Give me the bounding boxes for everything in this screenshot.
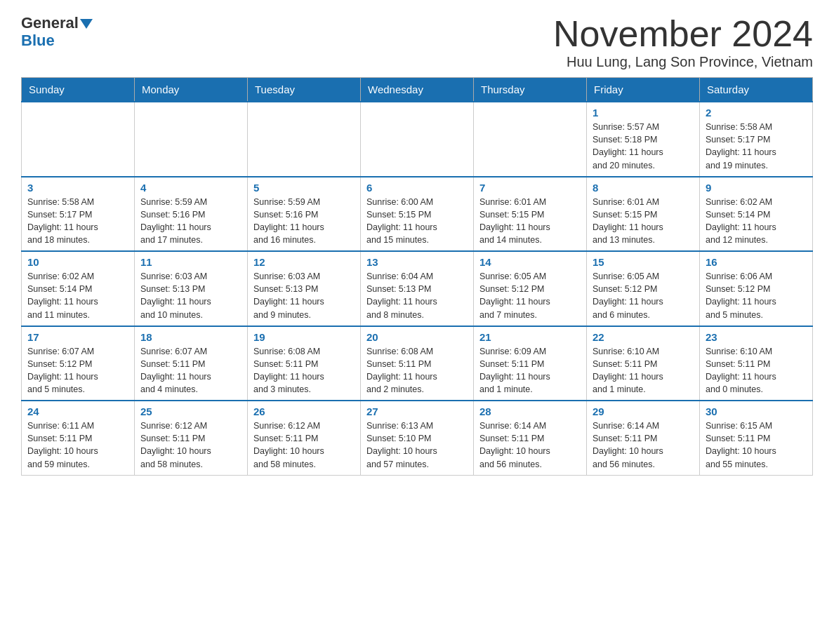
day-number: 24 <box>27 405 128 417</box>
day-number: 25 <box>140 405 241 417</box>
calendar-cell: 5Sunrise: 5:59 AMSunset: 5:16 PMDaylight… <box>248 177 361 252</box>
day-info: Sunrise: 6:04 AMSunset: 5:13 PMDaylight:… <box>366 270 468 321</box>
calendar-cell <box>248 102 361 177</box>
day-info: Sunrise: 6:13 AMSunset: 5:10 PMDaylight:… <box>366 420 468 471</box>
day-info: Sunrise: 6:05 AMSunset: 5:12 PMDaylight:… <box>593 270 694 321</box>
calendar-table: SundayMondayTuesdayWednesdayThursdayFrid… <box>21 77 813 476</box>
calendar-cell: 30Sunrise: 6:15 AMSunset: 5:11 PMDayligh… <box>700 401 813 475</box>
day-number: 4 <box>140 182 241 194</box>
calendar-cell: 6Sunrise: 6:00 AMSunset: 5:15 PMDaylight… <box>361 177 474 252</box>
calendar-cell: 1Sunrise: 5:57 AMSunset: 5:18 PMDaylight… <box>587 102 700 177</box>
day-info: Sunrise: 6:05 AMSunset: 5:12 PMDaylight:… <box>479 270 581 321</box>
calendar-cell: 2Sunrise: 5:58 AMSunset: 5:17 PMDaylight… <box>700 102 813 177</box>
calendar-cell: 16Sunrise: 6:06 AMSunset: 5:12 PMDayligh… <box>700 251 813 326</box>
day-info: Sunrise: 6:03 AMSunset: 5:13 PMDaylight:… <box>140 270 241 321</box>
day-number: 28 <box>479 405 581 417</box>
calendar-cell: 20Sunrise: 6:08 AMSunset: 5:11 PMDayligh… <box>361 326 474 401</box>
week-row-3: 10Sunrise: 6:02 AMSunset: 5:14 PMDayligh… <box>22 251 813 326</box>
day-info: Sunrise: 6:14 AMSunset: 5:11 PMDaylight:… <box>593 420 694 471</box>
day-info: Sunrise: 6:03 AMSunset: 5:13 PMDaylight:… <box>253 270 355 321</box>
calendar-cell: 15Sunrise: 6:05 AMSunset: 5:12 PMDayligh… <box>587 251 700 326</box>
day-number: 12 <box>253 256 355 268</box>
day-number: 15 <box>593 256 694 268</box>
logo-text-general: General <box>21 14 79 32</box>
calendar-cell: 8Sunrise: 6:01 AMSunset: 5:15 PMDaylight… <box>587 177 700 252</box>
day-header-monday: Monday <box>135 78 248 102</box>
day-header-friday: Friday <box>587 78 700 102</box>
day-number: 19 <box>253 331 355 343</box>
calendar-header-row: SundayMondayTuesdayWednesdayThursdayFrid… <box>22 78 813 102</box>
day-number: 16 <box>706 256 807 268</box>
calendar-cell: 22Sunrise: 6:10 AMSunset: 5:11 PMDayligh… <box>587 326 700 401</box>
day-info: Sunrise: 6:12 AMSunset: 5:11 PMDaylight:… <box>140 420 241 471</box>
day-number: 11 <box>140 256 241 268</box>
day-number: 17 <box>27 331 128 343</box>
title-block: November 2024 Huu Lung, Lang Son Provinc… <box>553 14 813 70</box>
day-info: Sunrise: 6:11 AMSunset: 5:11 PMDaylight:… <box>27 420 128 471</box>
day-info: Sunrise: 6:09 AMSunset: 5:11 PMDaylight:… <box>479 345 581 396</box>
day-number: 21 <box>479 331 581 343</box>
calendar-cell: 17Sunrise: 6:07 AMSunset: 5:12 PMDayligh… <box>22 326 135 401</box>
day-info: Sunrise: 6:12 AMSunset: 5:11 PMDaylight:… <box>253 420 355 471</box>
day-number: 22 <box>593 331 694 343</box>
page-header: General Blue November 2024 Huu Lung, Lan… <box>21 14 813 70</box>
calendar-cell: 14Sunrise: 6:05 AMSunset: 5:12 PMDayligh… <box>474 251 587 326</box>
calendar-cell: 11Sunrise: 6:03 AMSunset: 5:13 PMDayligh… <box>135 251 248 326</box>
day-number: 10 <box>27 256 128 268</box>
week-row-4: 17Sunrise: 6:07 AMSunset: 5:12 PMDayligh… <box>22 326 813 401</box>
calendar-cell <box>361 102 474 177</box>
day-number: 6 <box>366 182 468 194</box>
main-title: November 2024 <box>553 14 813 54</box>
day-header-sunday: Sunday <box>22 78 135 102</box>
calendar-cell: 7Sunrise: 6:01 AMSunset: 5:15 PMDaylight… <box>474 177 587 252</box>
day-info: Sunrise: 5:57 AMSunset: 5:18 PMDaylight:… <box>593 121 694 172</box>
day-number: 8 <box>593 182 694 194</box>
calendar-cell: 28Sunrise: 6:14 AMSunset: 5:11 PMDayligh… <box>474 401 587 475</box>
day-number: 3 <box>27 182 128 194</box>
day-info: Sunrise: 5:58 AMSunset: 5:17 PMDaylight:… <box>706 121 807 172</box>
calendar-cell: 9Sunrise: 6:02 AMSunset: 5:14 PMDaylight… <box>700 177 813 252</box>
day-info: Sunrise: 6:10 AMSunset: 5:11 PMDaylight:… <box>706 345 807 396</box>
day-info: Sunrise: 6:08 AMSunset: 5:11 PMDaylight:… <box>253 345 355 396</box>
day-number: 13 <box>366 256 468 268</box>
calendar-cell: 13Sunrise: 6:04 AMSunset: 5:13 PMDayligh… <box>361 251 474 326</box>
day-number: 2 <box>706 107 807 119</box>
day-number: 29 <box>593 405 694 417</box>
day-header-saturday: Saturday <box>700 78 813 102</box>
day-number: 26 <box>253 405 355 417</box>
calendar-cell: 3Sunrise: 5:58 AMSunset: 5:17 PMDaylight… <box>22 177 135 252</box>
logo-icon: General Blue <box>21 14 93 50</box>
day-info: Sunrise: 6:07 AMSunset: 5:12 PMDaylight:… <box>27 345 128 396</box>
week-row-2: 3Sunrise: 5:58 AMSunset: 5:17 PMDaylight… <box>22 177 813 252</box>
week-row-5: 24Sunrise: 6:11 AMSunset: 5:11 PMDayligh… <box>22 401 813 475</box>
day-info: Sunrise: 6:10 AMSunset: 5:11 PMDaylight:… <box>593 345 694 396</box>
day-number: 1 <box>593 107 694 119</box>
day-header-wednesday: Wednesday <box>361 78 474 102</box>
day-info: Sunrise: 6:02 AMSunset: 5:14 PMDaylight:… <box>706 196 807 247</box>
day-info: Sunrise: 6:08 AMSunset: 5:11 PMDaylight:… <box>366 345 468 396</box>
day-number: 5 <box>253 182 355 194</box>
day-info: Sunrise: 6:14 AMSunset: 5:11 PMDaylight:… <box>479 420 581 471</box>
calendar-cell: 18Sunrise: 6:07 AMSunset: 5:11 PMDayligh… <box>135 326 248 401</box>
calendar-cell: 29Sunrise: 6:14 AMSunset: 5:11 PMDayligh… <box>587 401 700 475</box>
day-number: 27 <box>366 405 468 417</box>
day-number: 9 <box>706 182 807 194</box>
calendar-cell: 26Sunrise: 6:12 AMSunset: 5:11 PMDayligh… <box>248 401 361 475</box>
day-info: Sunrise: 6:01 AMSunset: 5:15 PMDaylight:… <box>479 196 581 247</box>
day-info: Sunrise: 6:15 AMSunset: 5:11 PMDaylight:… <box>706 420 807 471</box>
calendar-cell: 24Sunrise: 6:11 AMSunset: 5:11 PMDayligh… <box>22 401 135 475</box>
day-number: 14 <box>479 256 581 268</box>
day-number: 23 <box>706 331 807 343</box>
day-number: 7 <box>479 182 581 194</box>
calendar-cell: 12Sunrise: 6:03 AMSunset: 5:13 PMDayligh… <box>248 251 361 326</box>
day-info: Sunrise: 5:58 AMSunset: 5:17 PMDaylight:… <box>27 196 128 247</box>
calendar-cell <box>474 102 587 177</box>
calendar-cell: 21Sunrise: 6:09 AMSunset: 5:11 PMDayligh… <box>474 326 587 401</box>
day-info: Sunrise: 6:07 AMSunset: 5:11 PMDaylight:… <box>140 345 241 396</box>
calendar-cell: 19Sunrise: 6:08 AMSunset: 5:11 PMDayligh… <box>248 326 361 401</box>
day-info: Sunrise: 5:59 AMSunset: 5:16 PMDaylight:… <box>253 196 355 247</box>
day-info: Sunrise: 6:06 AMSunset: 5:12 PMDaylight:… <box>706 270 807 321</box>
day-info: Sunrise: 6:02 AMSunset: 5:14 PMDaylight:… <box>27 270 128 321</box>
day-number: 30 <box>706 405 807 417</box>
logo-text-blue: Blue <box>21 32 55 49</box>
